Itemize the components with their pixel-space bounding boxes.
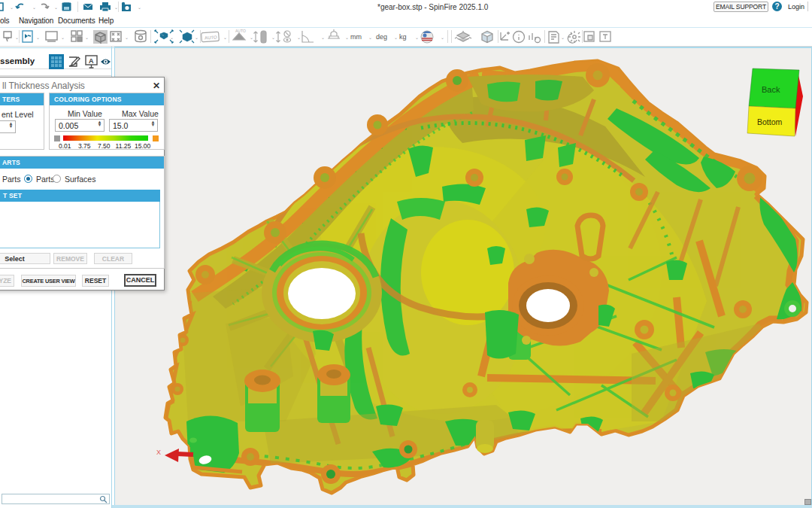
svg-text:Back: Back — [762, 85, 780, 94]
svg-text:X: X — [156, 449, 161, 456]
svg-text:Bottom: Bottom — [757, 117, 783, 126]
svg-text:A: A — [89, 57, 94, 65]
